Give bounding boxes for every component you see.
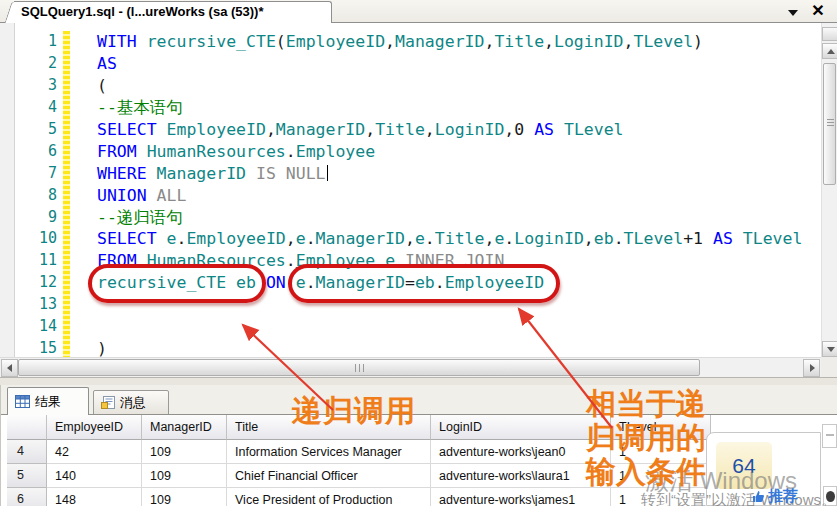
line-number: 4 <box>0 97 57 119</box>
code-text: WHERE ManagerID IS NULL <box>97 164 328 183</box>
scroll-right-icon[interactable] <box>803 359 820 377</box>
code-token: EmployeeID <box>167 120 266 139</box>
line-number: 12 <box>0 272 57 294</box>
code-token <box>554 120 564 139</box>
code-token: TLevel <box>633 32 693 51</box>
grid-cell[interactable]: 148 <box>47 488 142 506</box>
panel-splitter[interactable] <box>0 377 837 385</box>
code-token: . <box>425 229 435 248</box>
document-tab[interactable]: SQLQuery1.sql - (l...ureWorks (sa (53))* <box>14 1 332 23</box>
code-token: ManagerID <box>395 32 484 51</box>
code-token: ) <box>693 32 703 51</box>
code-line: 8UNION ALL <box>0 185 821 207</box>
code-line: 5SELECT EmployeeID,ManagerID,Title,Login… <box>0 119 821 141</box>
tab-messages-label: 消息 <box>120 394 146 412</box>
code-token: , <box>584 229 594 248</box>
tab-dropdown-icon[interactable] <box>786 7 800 19</box>
code-token: --基本语句 <box>97 98 183 117</box>
grid-cell[interactable]: 109 <box>142 464 227 488</box>
row-header[interactable]: 5 <box>7 464 47 488</box>
grid-cell[interactable]: 42 <box>47 440 142 464</box>
code-text: WITH recursive_CTE(EmployeeID,ManagerID,… <box>97 32 703 51</box>
scroll-left-icon[interactable] <box>1 359 18 377</box>
annotation-line: 归调用的 <box>586 421 706 455</box>
grid-cell[interactable]: adventure-works\jean0 <box>431 440 611 464</box>
column-header-managerid[interactable]: ManagerID <box>142 415 227 440</box>
grid-cell[interactable]: Vice President of Production <box>227 488 431 506</box>
code-text: --递归语句 <box>97 208 183 227</box>
close-icon[interactable]: ✕ <box>808 1 828 21</box>
code-token: , <box>484 229 494 248</box>
code-token: LoginID <box>435 120 505 139</box>
code-text: ( <box>97 76 107 95</box>
recommend-button[interactable]: 推荐 <box>752 487 798 506</box>
grid-cell[interactable]: Chief Financial Officer <box>227 464 431 488</box>
code-text: SELECT e.EmployeeID,e.ManagerID,e.Title,… <box>97 229 802 248</box>
scroll-down-icon[interactable] <box>822 341 837 357</box>
column-header-employeeid[interactable]: EmployeeID <box>47 415 142 440</box>
split-handle[interactable] <box>822 27 837 41</box>
code-token: e <box>415 229 425 248</box>
code-token: TLevel <box>743 229 803 248</box>
code-token <box>147 186 157 205</box>
row-header[interactable]: 4 <box>7 440 47 464</box>
code-token <box>703 229 713 248</box>
tab-results-label: 结果 <box>35 393 61 411</box>
line-number: 14 <box>0 316 57 338</box>
grid-cell[interactable]: 140 <box>47 464 142 488</box>
partial-popup-top <box>822 424 837 448</box>
code-token: Title <box>375 120 425 139</box>
code-line: 14 <box>0 316 821 338</box>
annotation-ellipse-join-condition <box>288 264 560 303</box>
windows-activation-hint: 转到“设置”以激活 Windows。 <box>641 491 836 506</box>
sql-editor[interactable]: 1WITH recursive_CTE(EmployeeID,ManagerID… <box>0 23 821 357</box>
code-token: AS <box>534 120 554 139</box>
code-text: AS <box>97 54 117 73</box>
code-token: ManagerID <box>316 229 405 248</box>
code-token: ON <box>266 273 286 292</box>
code-token <box>276 164 286 183</box>
code-text: ) <box>97 339 107 357</box>
code-token: Title <box>435 229 485 248</box>
grid-cell[interactable]: Information Services Manager <box>227 440 431 464</box>
code-line: 2AS <box>0 53 821 75</box>
code-token: TLevel <box>564 120 624 139</box>
grid-cell[interactable]: 109 <box>142 488 227 506</box>
line-number: 8 <box>0 185 57 207</box>
results-grid-icon <box>15 395 30 408</box>
vertical-scrollbar-thumb[interactable] <box>823 63 836 185</box>
code-token: ) <box>97 339 107 357</box>
row-header[interactable]: 6 <box>7 488 47 506</box>
vertical-scrollbar[interactable] <box>821 23 837 357</box>
text-caret <box>327 165 329 181</box>
line-number: 13 <box>0 294 57 316</box>
code-token: Title <box>494 32 544 51</box>
code-token: ManagerID <box>157 164 246 183</box>
grid-cell[interactable]: adventure-works\laura1 <box>431 464 611 488</box>
grid-cell[interactable]: adventure-works\james1 <box>431 488 611 506</box>
code-text: SELECT EmployeeID,ManagerID,Title,LoginI… <box>97 120 624 139</box>
code-lines: 1WITH recursive_CTE(EmployeeID,ManagerID… <box>0 31 821 357</box>
code-token: ( <box>97 76 107 95</box>
scroll-up-icon[interactable] <box>822 43 837 59</box>
tab-results[interactable]: 结果 <box>7 387 89 415</box>
code-token: SELECT <box>97 229 157 248</box>
code-line: 1WITH recursive_CTE(EmployeeID,ManagerID… <box>0 31 821 53</box>
line-number: 2 <box>0 53 57 75</box>
code-token <box>246 164 256 183</box>
code-token: 0 <box>514 120 524 139</box>
annotation-recursive-call: 递归调用 <box>292 391 416 432</box>
messages-icon <box>101 396 115 409</box>
column-header-loginid[interactable]: LoginID <box>431 415 611 440</box>
code-token: ALL <box>157 186 187 205</box>
column-header-blank[interactable] <box>7 415 47 440</box>
code-token <box>137 32 147 51</box>
line-number: 1 <box>0 31 57 53</box>
code-line: 7WHERE ManagerID IS NULL <box>0 163 821 185</box>
code-token <box>157 120 167 139</box>
horizontal-scrollbar-thumb[interactable] <box>18 359 700 376</box>
grid-cell[interactable]: 109 <box>142 440 227 464</box>
tab-messages[interactable]: 消息 <box>93 390 169 415</box>
code-token: WITH <box>97 32 137 51</box>
horizontal-scrollbar[interactable] <box>0 357 821 377</box>
